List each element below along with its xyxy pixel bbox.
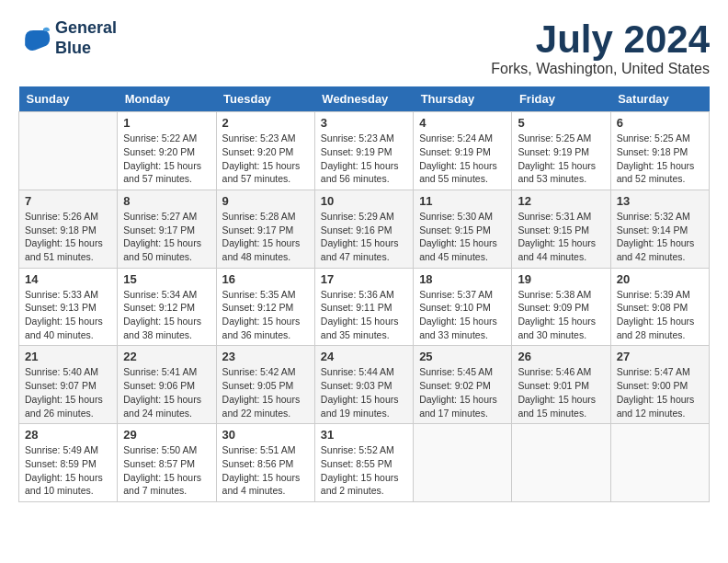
day-info: Sunrise: 5:33 AM Sunset: 9:13 PM Dayligh…: [25, 288, 111, 342]
day-info: Sunrise: 5:41 AM Sunset: 9:06 PM Dayligh…: [123, 365, 210, 419]
weekday-header: Saturday: [610, 86, 709, 112]
day-info: Sunrise: 5:26 AM Sunset: 9:18 PM Dayligh…: [25, 210, 111, 264]
calendar-day-cell: 29Sunrise: 5:50 AM Sunset: 8:57 PM Dayli…: [118, 424, 216, 502]
day-number: 19: [518, 272, 604, 286]
day-number: 15: [123, 272, 210, 286]
title-block: July 2024 Forks, Washington, United Stat…: [491, 18, 710, 77]
day-number: 5: [518, 116, 604, 130]
location: Forks, Washington, United States: [491, 61, 710, 77]
day-info: Sunrise: 5:37 AM Sunset: 9:10 PM Dayligh…: [419, 288, 506, 342]
weekday-header: Wednesday: [314, 86, 413, 112]
day-info: Sunrise: 5:24 AM Sunset: 9:19 PM Dayligh…: [419, 132, 506, 186]
day-number: 21: [25, 350, 111, 363]
calendar-day-cell: 23Sunrise: 5:42 AM Sunset: 9:05 PM Dayli…: [216, 346, 314, 424]
calendar-day-cell: 14Sunrise: 5:33 AM Sunset: 9:13 PM Dayli…: [19, 268, 118, 346]
calendar-day-cell: 19Sunrise: 5:38 AM Sunset: 9:09 PM Dayli…: [512, 268, 610, 346]
calendar-day-cell: 28Sunrise: 5:49 AM Sunset: 8:59 PM Dayli…: [19, 424, 118, 502]
calendar-day-cell: 22Sunrise: 5:41 AM Sunset: 9:06 PM Dayli…: [118, 346, 216, 424]
day-number: 2: [222, 116, 309, 130]
day-number: 10: [321, 194, 407, 208]
day-number: 24: [321, 350, 407, 363]
day-info: Sunrise: 5:51 AM Sunset: 8:56 PM Dayligh…: [222, 443, 309, 498]
logo: General Blue: [18, 18, 117, 58]
day-number: 16: [222, 272, 309, 286]
day-number: 11: [419, 194, 506, 208]
day-info: Sunrise: 5:52 AM Sunset: 8:55 PM Dayligh…: [321, 443, 407, 498]
day-info: Sunrise: 5:42 AM Sunset: 9:05 PM Dayligh…: [222, 365, 309, 419]
day-info: Sunrise: 5:31 AM Sunset: 9:15 PM Dayligh…: [518, 210, 604, 264]
calendar-day-cell: 5Sunrise: 5:25 AM Sunset: 9:19 PM Daylig…: [512, 112, 610, 190]
day-number: 12: [518, 194, 604, 208]
calendar-table: SundayMondayTuesdayWednesdayThursdayFrid…: [18, 86, 710, 502]
calendar-day-cell: 17Sunrise: 5:36 AM Sunset: 9:11 PM Dayli…: [314, 268, 413, 346]
calendar-day-cell: 3Sunrise: 5:23 AM Sunset: 9:19 PM Daylig…: [314, 112, 413, 190]
day-info: Sunrise: 5:40 AM Sunset: 9:07 PM Dayligh…: [25, 365, 111, 419]
day-number: 26: [518, 350, 604, 363]
calendar-day-cell: 20Sunrise: 5:39 AM Sunset: 9:08 PM Dayli…: [610, 268, 709, 346]
calendar-day-cell: 7Sunrise: 5:26 AM Sunset: 9:18 PM Daylig…: [19, 190, 118, 268]
day-number: 31: [321, 428, 407, 442]
weekday-header: Friday: [512, 86, 610, 112]
day-number: 9: [222, 194, 309, 208]
day-number: 8: [123, 194, 210, 208]
day-number: 17: [321, 272, 407, 286]
day-info: Sunrise: 5:25 AM Sunset: 9:19 PM Dayligh…: [518, 132, 604, 186]
calendar-day-cell: [610, 424, 709, 502]
calendar-day-cell: [512, 424, 610, 502]
day-number: 27: [617, 350, 703, 363]
logo-line1: General: [55, 18, 117, 37]
logo-line2: Blue: [55, 39, 91, 57]
calendar-day-cell: 15Sunrise: 5:34 AM Sunset: 9:12 PM Dayli…: [118, 268, 216, 346]
day-info: Sunrise: 5:36 AM Sunset: 9:11 PM Dayligh…: [321, 288, 407, 342]
day-number: 1: [123, 116, 210, 130]
calendar-week-row: 1Sunrise: 5:22 AM Sunset: 9:20 PM Daylig…: [19, 112, 710, 190]
calendar-day-cell: 12Sunrise: 5:31 AM Sunset: 9:15 PM Dayli…: [512, 190, 610, 268]
day-info: Sunrise: 5:39 AM Sunset: 9:08 PM Dayligh…: [617, 288, 703, 342]
day-number: 30: [222, 428, 309, 442]
weekday-header: Thursday: [414, 86, 512, 112]
day-number: 4: [419, 116, 506, 130]
day-number: 28: [25, 428, 111, 442]
calendar-day-cell: 18Sunrise: 5:37 AM Sunset: 9:10 PM Dayli…: [414, 268, 512, 346]
day-number: 18: [419, 272, 506, 286]
day-info: Sunrise: 5:27 AM Sunset: 9:17 PM Dayligh…: [123, 210, 210, 264]
calendar-day-cell: [414, 424, 512, 502]
day-info: Sunrise: 5:28 AM Sunset: 9:17 PM Dayligh…: [222, 210, 309, 264]
day-info: Sunrise: 5:34 AM Sunset: 9:12 PM Dayligh…: [123, 288, 210, 342]
day-info: Sunrise: 5:23 AM Sunset: 9:20 PM Dayligh…: [222, 132, 309, 186]
page-header: General Blue July 2024 Forks, Washington…: [18, 18, 710, 77]
weekday-header: Tuesday: [216, 86, 314, 112]
calendar-day-cell: 31Sunrise: 5:52 AM Sunset: 8:55 PM Dayli…: [314, 424, 413, 502]
day-info: Sunrise: 5:46 AM Sunset: 9:01 PM Dayligh…: [518, 365, 604, 419]
calendar-week-row: 7Sunrise: 5:26 AM Sunset: 9:18 PM Daylig…: [19, 190, 710, 268]
month-title: July 2024: [491, 18, 710, 61]
day-info: Sunrise: 5:44 AM Sunset: 9:03 PM Dayligh…: [321, 365, 407, 419]
day-info: Sunrise: 5:45 AM Sunset: 9:02 PM Dayligh…: [419, 365, 506, 419]
calendar-day-cell: 10Sunrise: 5:29 AM Sunset: 9:16 PM Dayli…: [314, 190, 413, 268]
day-number: 29: [123, 428, 210, 442]
calendar-day-cell: 26Sunrise: 5:46 AM Sunset: 9:01 PM Dayli…: [512, 346, 610, 424]
calendar-day-cell: 13Sunrise: 5:32 AM Sunset: 9:14 PM Dayli…: [610, 190, 709, 268]
calendar-day-cell: 30Sunrise: 5:51 AM Sunset: 8:56 PM Dayli…: [216, 424, 314, 502]
calendar-day-cell: 2Sunrise: 5:23 AM Sunset: 9:20 PM Daylig…: [216, 112, 314, 190]
day-number: 6: [617, 116, 703, 130]
calendar-day-cell: 9Sunrise: 5:28 AM Sunset: 9:17 PM Daylig…: [216, 190, 314, 268]
weekday-header-row: SundayMondayTuesdayWednesdayThursdayFrid…: [19, 86, 710, 112]
calendar-day-cell: 6Sunrise: 5:25 AM Sunset: 9:18 PM Daylig…: [610, 112, 709, 190]
day-info: Sunrise: 5:35 AM Sunset: 9:12 PM Dayligh…: [222, 288, 309, 342]
day-number: 20: [617, 272, 703, 286]
calendar-day-cell: 8Sunrise: 5:27 AM Sunset: 9:17 PM Daylig…: [118, 190, 216, 268]
calendar-day-cell: 1Sunrise: 5:22 AM Sunset: 9:20 PM Daylig…: [118, 112, 216, 190]
day-number: 3: [321, 116, 407, 130]
day-number: 25: [419, 350, 506, 363]
calendar-day-cell: 27Sunrise: 5:47 AM Sunset: 9:00 PM Dayli…: [610, 346, 709, 424]
day-info: Sunrise: 5:32 AM Sunset: 9:14 PM Dayligh…: [617, 210, 703, 264]
calendar-week-row: 28Sunrise: 5:49 AM Sunset: 8:59 PM Dayli…: [19, 424, 710, 502]
calendar-day-cell: 16Sunrise: 5:35 AM Sunset: 9:12 PM Dayli…: [216, 268, 314, 346]
weekday-header: Monday: [118, 86, 216, 112]
day-info: Sunrise: 5:30 AM Sunset: 9:15 PM Dayligh…: [419, 210, 506, 264]
day-info: Sunrise: 5:25 AM Sunset: 9:18 PM Dayligh…: [617, 132, 703, 186]
day-number: 22: [123, 350, 210, 363]
day-info: Sunrise: 5:29 AM Sunset: 9:16 PM Dayligh…: [321, 210, 407, 264]
day-number: 14: [25, 272, 111, 286]
